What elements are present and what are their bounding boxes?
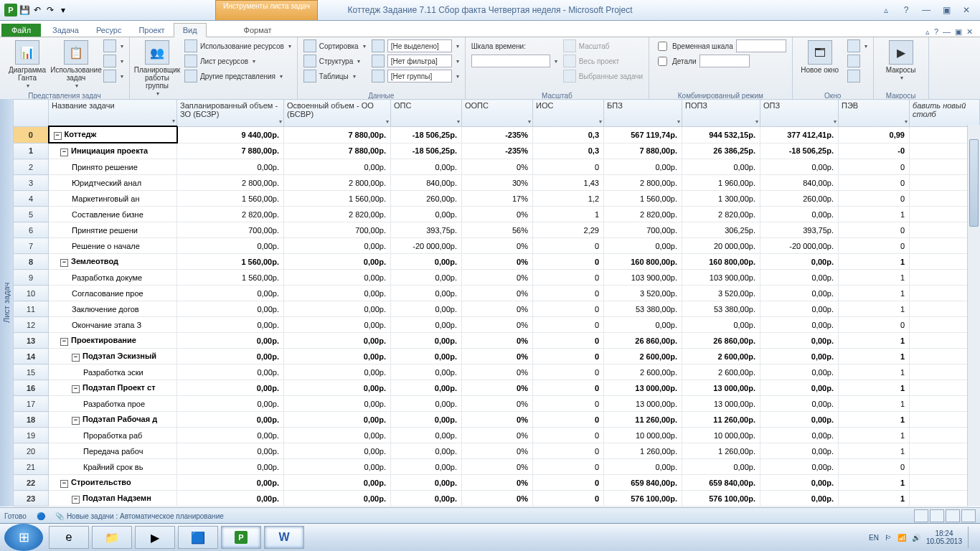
cell[interactable]: 1,2 [533,191,604,207]
outline-toggle[interactable]: − [60,338,68,346]
cell[interactable]: 0,99 [839,126,910,143]
row-number[interactable]: 5 [14,207,49,222]
view-bar[interactable]: Лист задач [0,99,13,507]
cell[interactable]: 56% [462,222,533,238]
cell[interactable]: 0,00р. [177,317,284,333]
cell[interactable]: Окончание этапа З [49,317,177,333]
cell[interactable]: 0,00р. [604,159,682,175]
cell[interactable]: 0,00р. [177,475,284,491]
row-number[interactable]: 14 [14,349,49,364]
file-tab[interactable]: Файл [1,24,41,37]
cell[interactable]: 0,00р. [177,286,284,301]
minimize-icon[interactable]: — [918,4,934,16]
cell[interactable]: 0,00р. [391,333,462,349]
cell[interactable]: 0,00р. [760,159,839,175]
cell[interactable]: 2 800,00р. [284,175,391,191]
column-header[interactable]: Освоенный объем - ОО (БСВР)▾ [284,100,391,127]
column-header[interactable]: ПОПЗ▾ [682,100,760,127]
cell[interactable]: 1 [839,254,910,270]
table-row[interactable]: 11Заключение догов0,00р.0,00р.0,00р.0%05… [14,301,980,317]
filter-icon[interactable]: ▾ [599,118,602,125]
cell[interactable]: 1 [839,301,910,317]
filter-filter[interactable]: [Нет фильтра]▾ [370,54,461,68]
column-header[interactable]: Запланированный объем - ЗО (БСЗР)▾ [177,100,284,127]
filter-icon[interactable]: ▾ [172,118,175,124]
filter-icon[interactable]: ▾ [386,118,389,125]
corner-cell[interactable] [14,100,49,127]
cell[interactable]: 0 [839,191,910,207]
cell[interactable]: 0 [533,317,604,333]
column-header[interactable]: ОПЗ▾ [760,100,839,127]
qat-more-icon[interactable]: ▾ [57,4,69,16]
filter-icon[interactable]: ▾ [528,118,531,125]
table-row[interactable]: 6Принятие решени700,00р.700,00р.393,75р.… [14,222,980,238]
cell[interactable]: 0,00р. [760,207,839,222]
cell[interactable]: 0,00р. [391,459,462,475]
cell[interactable]: 0,00р. [760,317,839,333]
resource-sheet-btn[interactable]: Лист ресурсов▾ [183,54,293,68]
cell[interactable]: 0,00р. [284,396,391,412]
table-row[interactable]: 12Окончание этапа З0,00р.0,00р.0,00р.0%0… [14,317,980,333]
cell[interactable]: 0 [533,380,604,396]
cell[interactable]: 0,00р. [682,317,760,333]
cell[interactable]: 2 820,00р. [682,207,760,222]
cell[interactable]: 0 [533,254,604,270]
cell[interactable]: 13 000,00р. [604,396,682,412]
cell[interactable]: Проработка раб [49,428,177,443]
cell[interactable]: 1 260,00р. [682,443,760,459]
cell[interactable]: 0 [533,412,604,428]
row-number[interactable]: 22 [14,475,49,491]
outline-toggle[interactable]: − [72,385,80,393]
cell[interactable]: 659 840,00р. [682,475,760,491]
cell[interactable]: 0 [839,317,910,333]
view-shortcut-3[interactable] [946,509,960,522]
cell[interactable]: 0% [462,270,533,286]
cell[interactable]: Принято решение [49,159,177,175]
other-res-views-btn[interactable]: Другие представления▾ [183,69,293,83]
cell[interactable]: 2 820,00р. [284,207,391,222]
cell[interactable]: 1 [839,286,910,301]
table-row[interactable]: 16−Подэтап Проект ст0,00р.0,00р.0,00р.0%… [14,380,980,396]
cell[interactable]: 0,00р. [284,380,391,396]
cell[interactable]: Согласование прое [49,286,177,301]
cell[interactable]: 0 [533,491,604,507]
row-number[interactable]: 11 [14,301,49,317]
taskbar-word[interactable]: W [264,526,304,549]
cell[interactable]: 0% [462,301,533,317]
cell[interactable]: 260,00р. [391,191,462,207]
cell[interactable]: 103 900,00р. [682,270,760,286]
cell[interactable]: 0,00р. [391,301,462,317]
cell[interactable]: Маркетинговый ан [49,191,177,207]
doc-close-icon[interactable]: ✕ [966,27,973,37]
cell[interactable]: 2 600,00р. [682,364,760,380]
row-number[interactable]: 0 [14,126,49,143]
row-number[interactable]: 17 [14,396,49,412]
table-row[interactable]: 18−Подэтап Рабочая д0,00р.0,00р.0,00р.0%… [14,412,980,428]
cell[interactable]: 1 560,00р. [284,191,391,207]
cell[interactable]: 1 [839,333,910,349]
row-number[interactable]: 4 [14,191,49,207]
cell[interactable]: 393,75р. [391,222,462,238]
cell[interactable]: 0,00р. [177,364,284,380]
cell[interactable]: 103 900,00р. [604,270,682,286]
cell[interactable]: 0 [533,443,604,459]
cell[interactable]: 0% [462,475,533,491]
table-row[interactable]: 8−Землеотвод1 560,00р.0,00р.0,00р.0%0160… [14,254,980,270]
cell[interactable]: 0,00р. [284,286,391,301]
filter-icon[interactable]: ▾ [677,118,680,125]
table-row[interactable]: 22−Строительство0,00р.0,00р.0,00р.0%0659… [14,475,980,491]
cell[interactable]: 2 820,00р. [177,207,284,222]
cell[interactable]: 260,00р. [760,191,839,207]
table-row[interactable]: 21Крайний срок вь0,00р.0,00р.0,00р.0%00,… [14,459,980,475]
row-number[interactable]: 6 [14,222,49,238]
cell[interactable]: 1 [839,380,910,396]
cell[interactable]: 0 [533,475,604,491]
table-row[interactable]: 1−Инициация проекта7 880,00р.7 880,00р.-… [14,143,980,159]
cell[interactable]: 53 380,00р. [604,301,682,317]
details-check[interactable]: Детали [654,54,788,68]
cell[interactable]: 1 560,00р. [604,191,682,207]
row-number[interactable]: 15 [14,364,49,380]
cell[interactable]: 2 600,00р. [604,364,682,380]
cell[interactable]: 0% [462,207,533,222]
cell[interactable]: 0% [462,459,533,475]
